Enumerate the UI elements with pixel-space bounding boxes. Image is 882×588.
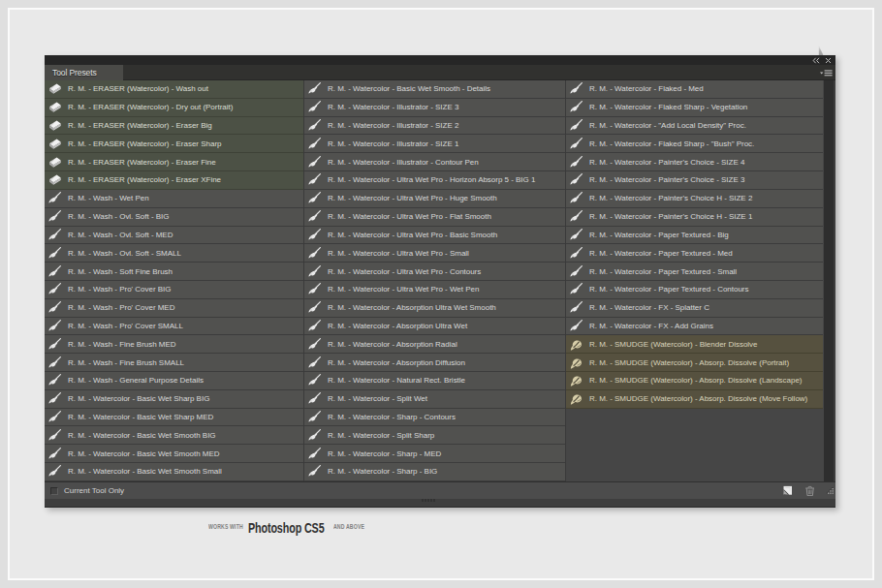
preset-row[interactable]: R. M. - Watercolor - Basic Wet Sharp BIG [45,390,303,409]
brush-tool-icon [48,301,61,314]
preset-row[interactable]: R. M. - ERASER (Watercolor) - Eraser Big [45,117,303,136]
preset-row[interactable]: R. M. - Watercolor - Basic Wet Smooth BI… [45,426,303,445]
preset-row[interactable]: R. M. - Wash - Ovl. Soft - BIG [45,208,303,227]
preset-row[interactable]: R. M. - Watercolor - Absorption Ultra We… [304,318,565,336]
preset-row[interactable]: R. M. - Watercolor - Ultra Wet Pro - Con… [304,263,565,281]
preset-row[interactable]: R. M. - Watercolor - Ultra Wet Pro - Hor… [304,171,565,190]
brush-tool-icon [570,156,583,169]
preset-row[interactable]: R. M. - Watercolor - Flaked Sharp - "Bus… [566,135,823,153]
preset-row[interactable]: R. M. - Watercolor - Painter's Choice - … [566,171,823,190]
preset-row[interactable]: R. M. - Wash - Soft Fine Brush [45,263,303,281]
brush-tool-icon [48,411,61,423]
preset-row[interactable]: R. M. - ERASER (Watercolor) - Eraser Fin… [45,153,303,171]
preset-row[interactable]: R. M. - Watercolor - Natural Rect. Brist… [304,372,565,390]
preset-row[interactable]: R. M. - Wash - Fine Brush SMALL [45,354,303,372]
preset-row[interactable]: R. M. - Watercolor - Painter's Choice - … [566,153,823,171]
preset-label: R. M. - SMUDGE (Watercolor) - Absorp. Di… [589,376,803,385]
preset-row[interactable]: R. M. - Watercolor - Ultra Wet Pro - Hug… [304,190,565,208]
preset-row[interactable]: R. M. - Watercolor - Split Sharp [304,426,565,445]
preset-row[interactable]: R. M. - Watercolor - Sharp - Contours [304,409,565,427]
preset-row[interactable]: R. M. - Watercolor - Absorption Radial [304,335,565,354]
preset-row[interactable]: R. M. - Watercolor - Illustrator - SIZE … [304,135,565,153]
panel-resize-strip[interactable] [45,499,835,508]
preset-row[interactable]: R. M. - Wash - Pro' Cover BIG [45,281,303,299]
brush-tool-icon [308,82,321,95]
preset-row[interactable]: R. M. - Watercolor - FX - Add Grains [566,318,823,336]
eraser-tool-icon [48,138,61,150]
preset-row[interactable]: R. M. - Watercolor - Basic Wet Smooth ME… [45,445,303,463]
preset-row[interactable]: R. M. - Watercolor - Basic Wet Smooth - … [304,80,565,99]
preset-row[interactable]: R. M. - Watercolor - Basic Wet Sharp MED [45,409,303,427]
preset-row[interactable]: R. M. - Watercolor - Absorption Ultra We… [304,299,565,318]
brush-tool-icon [308,320,321,332]
preset-label: R. M. - ERASER (Watercolor) - Eraser Big [68,121,212,130]
preset-row[interactable]: R. M. - Watercolor - Ultra Wet Pro - Wet… [304,281,565,299]
preset-row[interactable]: R. M. - Watercolor - Absorption Diffusio… [304,354,565,372]
preset-label: R. M. - Watercolor - Basic Wet Smooth - … [328,84,490,93]
preset-row[interactable]: R. M. - SMUDGE (Watercolor) - Blender Di… [566,335,823,354]
preset-row[interactable]: R. M. - Watercolor - Illustrator - SIZE … [304,117,565,136]
preset-row[interactable]: R. M. - Watercolor - Paper Textured - Sm… [566,263,823,281]
preset-row[interactable]: R. M. - Watercolor - Flaked Sharp - Vege… [566,99,823,117]
brush-tool-icon [570,320,583,332]
brush-tool-icon [48,210,61,223]
brush-tool-icon [48,338,61,351]
preset-row[interactable]: R. M. - Watercolor - Ultra Wet Pro - Sma… [304,244,565,263]
and-above-text: AND ABOVE [333,523,364,530]
close-icon[interactable] [825,57,832,64]
preset-row[interactable]: R. M. - Watercolor - Ultra Wet Pro - Fla… [304,208,565,227]
preset-label: R. M. - Watercolor - FX - Add Grains [589,322,713,330]
preset-row[interactable]: R. M. - Watercolor - FX - Splatter C [566,299,823,318]
preset-row[interactable]: R. M. - Wash - Wet Pen [45,190,303,208]
preset-row[interactable]: R. M. - Wash - General Purpose Details [45,372,303,390]
preset-label: R. M. - Watercolor - Ultra Wet Pro - Wet… [328,285,479,294]
preset-row[interactable]: R. M. - Wash - Ovl. Soft - SMALL [45,244,303,263]
preset-label: R. M. - Watercolor - Flaked - Med [589,84,704,93]
preset-label: R. M. - Wash - Wet Pen [68,194,149,202]
preset-row[interactable]: R. M. - Watercolor - Sharp - MED [304,445,565,463]
preset-row[interactable]: R. M. - Watercolor - "Add Local Density"… [566,117,823,136]
preset-label: R. M. - Wash - Ovl. Soft - MED [68,231,173,239]
brush-tool-icon [48,192,61,204]
current-tool-only-checkbox[interactable] [50,487,58,495]
preset-row[interactable]: R. M. - Watercolor - Illustrator - Conto… [304,153,565,171]
preset-label: R. M. - Watercolor - Split Sharp [328,431,434,440]
trash-icon[interactable] [803,485,814,496]
brush-tool-icon [570,119,583,132]
brush-tool-icon [308,229,321,241]
preset-row[interactable]: R. M. - Watercolor - Paper Textured - Me… [566,244,823,263]
scrollbar[interactable] [824,80,834,481]
collapse-to-icons-icon[interactable] [812,57,820,64]
preset-row[interactable]: R. M. - Watercolor - Split Wet [304,390,565,409]
preset-row[interactable]: R. M. - ERASER (Watercolor) - Eraser XFi… [45,171,303,190]
preset-row[interactable]: R. M. - Watercolor - Painter's Choice H … [566,208,823,227]
preset-row[interactable]: R. M. - SMUDGE (Watercolor) - Absorp. Di… [566,390,823,409]
preset-row[interactable]: R. M. - Watercolor - Flaked - Med [566,80,823,99]
preset-row[interactable]: R. M. - Watercolor - Basic Wet Smooth Sm… [45,463,303,481]
preset-row[interactable]: R. M. - Watercolor - Paper Textured - Co… [566,281,823,299]
preset-label: R. M. - Watercolor - Basic Wet Sharp BIG [68,394,209,403]
preset-row[interactable]: R. M. - ERASER (Watercolor) - Dry out (P… [45,99,303,117]
preset-row[interactable]: R. M. - SMUDGE (Watercolor) - Absorp. Di… [566,372,823,390]
preset-row[interactable]: R. M. - Watercolor - Paper Textured - Bi… [566,227,823,245]
panel-menu-icon[interactable] [820,69,833,77]
resize-grip-icon[interactable] [827,487,835,495]
tab-tool-presets[interactable]: Tool Presets [45,65,123,80]
preset-row[interactable]: R. M. - Watercolor - Ultra Wet Pro - Bas… [304,227,565,245]
preset-row[interactable]: R. M. - Wash - Ovl. Soft - MED [45,227,303,245]
preset-row[interactable]: R. M. - Watercolor - Sharp - BIG [304,463,565,481]
preset-row[interactable]: R. M. - Watercolor - Illustrator - SIZE … [304,99,565,117]
preset-row[interactable]: R. M. - ERASER (Watercolor) - Wash out [45,80,303,99]
preset-row[interactable]: R. M. - SMUDGE (Watercolor) - Absorp. Di… [566,354,823,372]
preset-row[interactable]: R. M. - Wash - Pro' Cover MED [45,299,303,318]
preset-row[interactable]: R. M. - Wash - Pro' Cover SMALL [45,318,303,336]
preset-label: R. M. - Wash - Fine Brush SMALL [68,358,184,367]
brush-tool-icon [570,229,583,241]
preset-label: R. M. - Wash - General Purpose Details [68,376,204,385]
brush-tool-icon [570,138,583,150]
preset-row[interactable]: R. M. - ERASER (Watercolor) - Eraser Sha… [45,135,303,153]
new-preset-icon[interactable] [782,485,793,496]
preset-row[interactable]: R. M. - Wash - Fine Brush MED [45,335,303,354]
preset-row[interactable]: R. M. - Watercolor - Painter's Choice H … [566,190,823,208]
brush-tool-icon [308,156,321,169]
